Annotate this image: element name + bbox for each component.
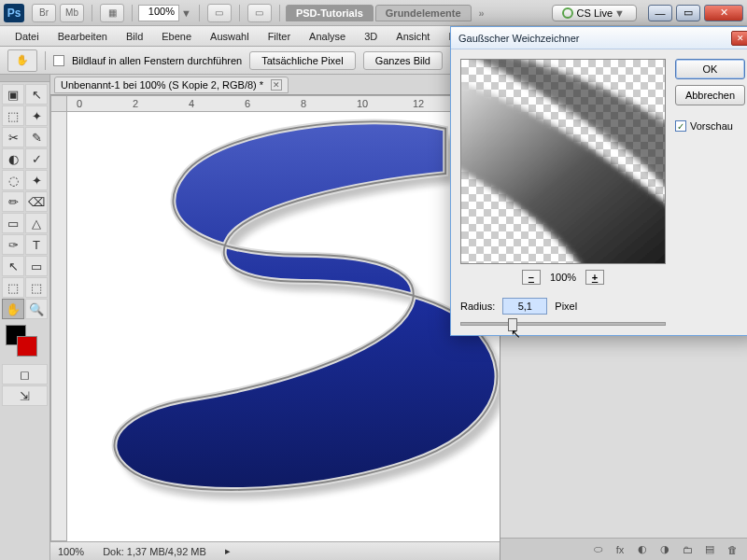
tool-crop[interactable]: ✂: [2, 127, 24, 147]
mask-icon[interactable]: ◐: [635, 543, 650, 555]
menu-3d[interactable]: 3D: [355, 28, 387, 45]
zoom-out-button[interactable]: –: [522, 270, 541, 285]
ruler-tick: 0: [77, 98, 82, 109]
status-arrow-icon[interactable]: ▸: [225, 545, 231, 557]
tool-wand[interactable]: ✦: [25, 105, 48, 126]
menu-ebene[interactable]: Ebene: [152, 28, 201, 45]
gaussian-blur-dialog: Gaußscher Weichzeichner ✕ – 100% + Radiu…: [450, 26, 747, 336]
menu-auswahl[interactable]: Auswahl: [201, 28, 259, 45]
tool-pen[interactable]: ✑: [2, 234, 24, 255]
zoom-level[interactable]: 100% ▼: [138, 5, 193, 21]
dialog-body: – 100% + Radius: Pixel ↖ OK Abbrechen ✓ …: [451, 49, 747, 335]
toolbox-grip[interactable]: [0, 75, 49, 82]
ruler-vertical[interactable]: [50, 112, 67, 541]
toolbox: ▣ ↖ ⬚ ✦ ✂ ✎ ◐ ✓ ◌ ✦ ✏ ⌫ ▭ △ ✑ T ↖ ▭ ⬚ ⬚ …: [0, 75, 50, 560]
canvas[interactable]: [67, 112, 500, 541]
preview-box[interactable]: [460, 59, 666, 264]
background-color[interactable]: [17, 336, 37, 357]
workspace-tab-active[interactable]: PSD-Tutorials: [286, 5, 374, 21]
quickmask-button[interactable]: ◻: [2, 364, 48, 385]
menu-analyse[interactable]: Analyse: [300, 28, 355, 45]
tool-eraser[interactable]: ✏: [2, 191, 24, 212]
zoom-in-button[interactable]: +: [585, 270, 604, 285]
maximize-button[interactable]: ▭: [676, 5, 700, 21]
tool-brush[interactable]: ✓: [25, 148, 48, 169]
radius-slider[interactable]: ↖: [460, 322, 666, 326]
document-tab-bar: Unbenannt-1 bei 100% (S Kopie 2, RGB/8) …: [50, 75, 500, 95]
dialog-close-icon[interactable]: ✕: [731, 31, 747, 46]
chevron-right-icon[interactable]: »: [479, 7, 485, 19]
ruler-corner[interactable]: [50, 95, 67, 112]
menu-ansicht[interactable]: Ansicht: [387, 28, 439, 45]
tool-3d-camera[interactable]: ⬚: [25, 277, 48, 298]
close-tab-icon[interactable]: ✕: [271, 79, 282, 91]
tool-stamp[interactable]: ◌: [2, 170, 24, 190]
color-swatches: [0, 321, 49, 362]
minimize-button[interactable]: —: [648, 5, 672, 21]
ok-button[interactable]: OK: [675, 59, 745, 79]
link-layers-icon[interactable]: ⬭: [590, 543, 605, 555]
tool-dodge[interactable]: △: [25, 213, 48, 233]
tool-zoom[interactable]: 🔍: [25, 299, 48, 319]
dialog-right: OK Abbrechen ✓ Vorschau: [675, 59, 745, 326]
folder-icon[interactable]: 🗀: [680, 544, 695, 555]
bridge-button[interactable]: Br: [32, 4, 56, 22]
chevron-down-icon[interactable]: ▼: [179, 7, 193, 19]
tool-heal[interactable]: ◐: [2, 148, 24, 169]
cancel-button[interactable]: Abbrechen: [675, 85, 745, 105]
current-tool-icon[interactable]: ✋: [7, 49, 37, 72]
fx-menu-icon[interactable]: fx: [613, 544, 627, 555]
new-layer-icon[interactable]: ▤: [702, 543, 717, 555]
tool-gradient[interactable]: ⌫: [25, 191, 48, 212]
screenmode-button[interactable]: ▭: [247, 4, 272, 22]
status-bar: 100% Dok: 1,37 MB/4,92 MB ▸: [50, 541, 500, 560]
tool-eyedropper[interactable]: ✎: [25, 127, 48, 147]
menu-bild[interactable]: Bild: [117, 28, 152, 45]
preview-checkbox[interactable]: ✓: [675, 120, 686, 132]
preview-checkbox-row[interactable]: ✓ Vorschau: [675, 120, 745, 132]
tool-path-select[interactable]: ↖: [2, 256, 24, 276]
status-zoom[interactable]: 100%: [58, 546, 84, 557]
separator: [132, 5, 133, 21]
separator: [92, 5, 92, 21]
menu-bearbeiten[interactable]: Bearbeiten: [49, 28, 117, 45]
dialog-titlebar[interactable]: Gaußscher Weichzeichner ✕: [451, 27, 747, 49]
menu-datei[interactable]: Datei: [6, 28, 49, 45]
radius-label: Radius:: [460, 301, 495, 312]
radius-input[interactable]: [502, 298, 547, 315]
radius-unit: Pixel: [555, 301, 577, 312]
tool-lasso[interactable]: ⬚: [2, 105, 24, 126]
tool-select[interactable]: ↖: [25, 84, 48, 105]
tool-type[interactable]: T: [25, 234, 48, 255]
document-area: Unbenannt-1 bei 100% (S Kopie 2, RGB/8) …: [50, 75, 500, 560]
arrange-docs-button[interactable]: ▭: [207, 4, 232, 22]
tool-3d[interactable]: ⬚: [2, 277, 24, 298]
trash-icon[interactable]: 🗑: [725, 544, 740, 555]
fit-screen-button[interactable]: Ganzes Bild: [363, 51, 443, 70]
layers-footer: ⬭ fx ◐ ◑ 🗀 ▤ 🗑: [500, 538, 747, 560]
screenmode-tool[interactable]: ⇲: [2, 385, 48, 406]
workspace-tab[interactable]: Grundelemente: [375, 5, 472, 21]
tool-move[interactable]: ▣: [2, 84, 24, 105]
view-extras-button[interactable]: ▦: [100, 4, 124, 22]
adjustment-icon[interactable]: ◑: [657, 543, 672, 555]
status-docinfo[interactable]: Dok: 1,37 MB/4,92 MB: [103, 546, 206, 557]
minibridge-button[interactable]: Mb: [60, 4, 84, 22]
zoom-input[interactable]: 100%: [138, 5, 179, 21]
slider-handle[interactable]: [508, 318, 517, 331]
separator: [45, 51, 46, 70]
tool-shape[interactable]: ▭: [25, 256, 48, 276]
tool-blur[interactable]: ▭: [2, 213, 24, 233]
cs-live-button[interactable]: CS Live ▼: [552, 5, 637, 21]
preview-checkbox-label: Vorschau: [690, 120, 733, 132]
tool-history-brush[interactable]: ✦: [25, 170, 48, 190]
menu-filter[interactable]: Filter: [259, 28, 300, 45]
actual-pixels-button[interactable]: Tatsächliche Pixel: [249, 51, 355, 70]
close-button[interactable]: ✕: [704, 5, 743, 21]
preview-zoom-row: – 100% +: [460, 270, 666, 285]
document-tab[interactable]: Unbenannt-1 bei 100% (S Kopie 2, RGB/8) …: [54, 77, 289, 93]
scroll-all-checkbox[interactable]: [53, 55, 64, 66]
preview-zoom-value: 100%: [550, 272, 576, 283]
ruler-horizontal[interactable]: 0 2 4 6 8 10 12 14: [67, 95, 500, 112]
tool-hand[interactable]: ✋: [2, 299, 24, 319]
